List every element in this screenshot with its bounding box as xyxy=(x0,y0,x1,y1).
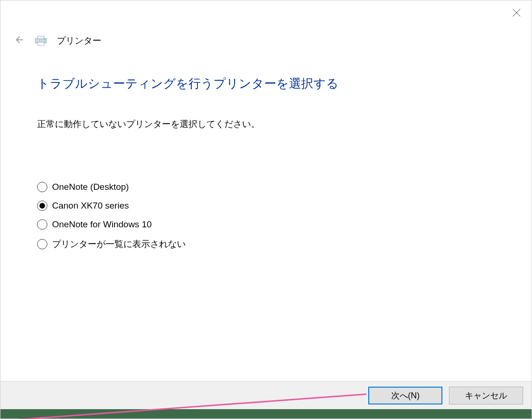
back-arrow-icon xyxy=(14,35,23,46)
radio-label: OneNote for Windows 10 xyxy=(52,219,152,230)
background-strip xyxy=(0,409,532,419)
radio-label: OneNote (Desktop) xyxy=(52,182,129,192)
svg-rect-4 xyxy=(38,36,44,39)
radio-option-onenote-win10[interactable]: OneNote for Windows 10 xyxy=(37,219,495,230)
radio-label: プリンターが一覧に表示されない xyxy=(52,238,186,250)
header-row: プリンター xyxy=(12,34,101,47)
radio-icon xyxy=(37,201,47,211)
radio-option-onenote-desktop[interactable]: OneNote (Desktop) xyxy=(37,182,495,192)
svg-rect-5 xyxy=(38,42,44,45)
content-area: トラブルシューティングを行うプリンターを選択する 正常に動作していないプリンター… xyxy=(37,75,495,250)
printer-radio-group: OneNote (Desktop) Canon XK70 series OneN… xyxy=(37,182,495,250)
printer-icon xyxy=(34,36,47,46)
next-button[interactable]: 次へ(N) xyxy=(368,387,442,404)
radio-label: Canon XK70 series xyxy=(52,201,129,211)
radio-option-not-listed[interactable]: プリンターが一覧に表示されない xyxy=(37,238,495,250)
svg-point-6 xyxy=(44,39,45,40)
close-icon xyxy=(512,8,521,19)
back-button[interactable] xyxy=(12,34,25,47)
radio-option-canon-xk70[interactable]: Canon XK70 series xyxy=(37,201,495,211)
page-subtitle: 正常に動作していないプリンターを選択してください。 xyxy=(37,118,495,130)
cancel-button[interactable]: キャンセル xyxy=(449,387,523,404)
radio-icon xyxy=(37,219,47,230)
troubleshooter-dialog: プリンター トラブルシューティングを行うプリンターを選択する 正常に動作していな… xyxy=(0,0,532,419)
radio-icon xyxy=(37,182,47,192)
close-button[interactable] xyxy=(507,4,526,23)
header-label: プリンター xyxy=(57,35,101,47)
button-bar: 次へ(N) キャンセル xyxy=(0,381,532,409)
page-title: トラブルシューティングを行うプリンターを選択する xyxy=(37,75,495,92)
radio-icon xyxy=(37,239,47,249)
